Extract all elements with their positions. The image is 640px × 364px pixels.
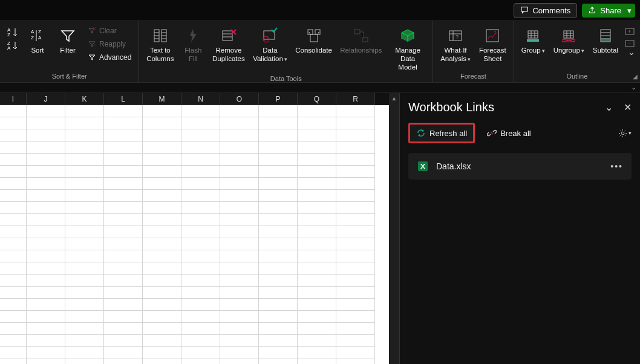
outline-launcher[interactable]: ◢ (633, 73, 638, 80)
main-area: IJKLMNOPQR ▲ Workbook Links ⌄ ✕ Refresh … (0, 93, 640, 364)
panel-settings-button[interactable]: ▾ (618, 129, 632, 138)
relationships-button[interactable]: Relationships (337, 24, 385, 57)
funnel-icon (59, 27, 76, 44)
clear-icon (88, 27, 96, 35)
text-to-columns-button[interactable]: Text to Columns (143, 24, 177, 66)
sort-az-button[interactable]: AZ (6, 26, 19, 38)
panel-title: Workbook Links (408, 100, 494, 114)
link-item-more-button[interactable]: ••• (610, 161, 623, 171)
share-icon (588, 6, 596, 15)
svg-text:+: + (628, 28, 631, 34)
reapply-icon (88, 40, 96, 48)
advanced-label: Advanced (99, 53, 131, 62)
forecast-sheet-button[interactable]: Forecast Sheet (475, 24, 510, 66)
data-validation-button[interactable]: Data Validation (249, 24, 290, 66)
consolidate-button[interactable]: Consolidate (292, 24, 336, 57)
column-header[interactable]: L (104, 93, 143, 105)
flash-fill-button[interactable]: Flash Fill (178, 24, 207, 66)
panel-collapse-button[interactable]: ⌄ (605, 102, 613, 113)
reapply-button[interactable]: Reapply (83, 38, 135, 50)
whatif-label: What-If Analysis (440, 47, 471, 63)
manage-data-model-label: Manage Data Model (390, 47, 425, 71)
refresh-all-button[interactable]: Refresh all (408, 123, 475, 143)
column-header[interactable]: I (0, 93, 27, 105)
share-button[interactable]: Share (582, 4, 627, 18)
consolidate-icon (305, 27, 322, 44)
worksheet: IJKLMNOPQR ▲ (0, 93, 399, 364)
subtotal-icon (597, 27, 614, 44)
column-header[interactable]: R (336, 93, 375, 105)
whatif-analysis-button[interactable]: ? What-If Analysis (437, 24, 474, 66)
gear-icon (618, 129, 627, 138)
outline-group-label: Outline (566, 71, 587, 81)
advanced-button[interactable]: Advanced (83, 51, 135, 63)
text-to-columns-label: Text to Columns (146, 47, 174, 63)
filter-label: Filter (60, 47, 76, 55)
ribbon-group-outline: Group Ungroup Subtotal + − Outline ◢ (514, 21, 640, 82)
svg-rect-14 (308, 30, 313, 34)
clear-button[interactable]: Clear (83, 25, 135, 37)
column-header[interactable]: O (220, 93, 259, 105)
sort-button[interactable]: AZZA Sort (23, 24, 52, 57)
filter-button[interactable]: Filter (53, 24, 82, 57)
subtotal-button[interactable]: Subtotal (589, 24, 622, 57)
column-header-row: IJKLMNOPQR (0, 93, 389, 105)
ungroup-icon (560, 27, 577, 44)
comments-label: Comments (532, 6, 570, 15)
panel-close-button[interactable]: ✕ (624, 102, 632, 113)
svg-rect-15 (315, 30, 320, 34)
reapply-label: Reapply (99, 40, 126, 48)
ungroup-button[interactable]: Ungroup (550, 24, 588, 57)
formula-expand-button[interactable]: ⌄ (631, 83, 636, 91)
title-bar: Comments Share ▾ (0, 0, 640, 21)
workbook-links-panel: Workbook Links ⌄ ✕ Refresh all Break all… (399, 93, 640, 364)
break-all-label: Break all (500, 129, 531, 138)
column-header[interactable]: N (181, 93, 220, 105)
svg-rect-23 (564, 31, 573, 38)
svg-rect-21 (528, 31, 538, 38)
svg-text:A: A (38, 35, 42, 41)
comment-icon (520, 6, 529, 15)
cell-grid[interactable] (0, 105, 389, 364)
group-icon (524, 27, 541, 44)
data-model-icon (399, 27, 416, 44)
linked-workbook-item[interactable]: Data.xlsx ••• (408, 153, 632, 180)
consolidate-label: Consolidate (295, 47, 332, 55)
data-validation-label: Data Validation (253, 47, 287, 63)
relationships-label: Relationships (340, 47, 382, 55)
group-button[interactable]: Group (518, 24, 549, 57)
column-header[interactable]: K (65, 93, 104, 105)
manage-data-model-button[interactable]: Manage Data Model (387, 24, 429, 74)
svg-text:?: ? (456, 34, 459, 40)
column-header[interactable]: P (259, 93, 298, 105)
svg-text:A: A (7, 45, 11, 51)
svg-point-31 (621, 132, 624, 135)
scroll-up-button[interactable]: ▲ (389, 93, 399, 103)
linked-file-name: Data.xlsx (436, 161, 603, 171)
svg-rect-10 (223, 31, 232, 41)
svg-rect-22 (527, 39, 539, 42)
column-header[interactable]: J (27, 93, 65, 105)
column-header[interactable]: M (143, 93, 181, 105)
show-detail-button[interactable]: + (624, 27, 635, 36)
comments-button[interactable]: Comments (514, 3, 577, 18)
sort-za-button[interactable]: ZA (6, 39, 19, 51)
clear-label: Clear (99, 27, 117, 35)
whatif-icon: ? (447, 27, 464, 44)
remove-duplicates-button[interactable]: Remove Duplicates (209, 24, 248, 66)
share-dropdown[interactable]: ▾ (624, 4, 635, 18)
ribbon: AZ ZA AZZA Sort Filter Clear (0, 21, 640, 82)
svg-text:−: − (628, 41, 631, 47)
break-link-icon (487, 128, 497, 138)
column-header[interactable]: Q (298, 93, 336, 105)
svg-text:Z: Z (7, 32, 10, 37)
svg-text:A: A (31, 29, 34, 34)
forecast-sheet-label: Forecast Sheet (479, 47, 506, 63)
advanced-icon (88, 53, 96, 62)
ribbon-collapse-button[interactable]: ⌄ (628, 47, 635, 57)
break-all-button[interactable]: Break all (481, 125, 537, 141)
svg-text:Z: Z (31, 35, 34, 41)
refresh-icon (416, 128, 426, 138)
subtotal-label: Subtotal (593, 47, 618, 55)
vertical-scrollbar[interactable] (389, 105, 399, 364)
